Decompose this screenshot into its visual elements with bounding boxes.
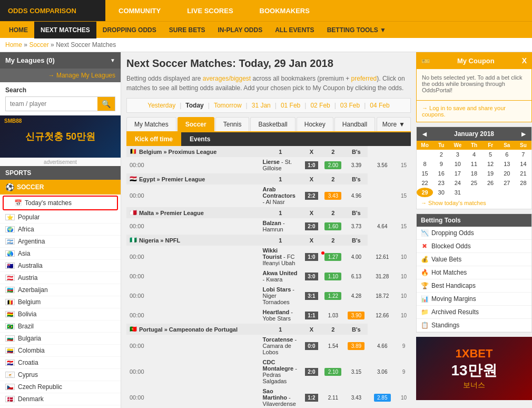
manage-leagues-link[interactable]: → Manage My Leagues <box>0 69 121 82</box>
oddx-cell[interactable]: 3.73 <box>344 218 368 235</box>
country-egypt[interactable]: 🇪🇬 Egypt <box>0 405 121 408</box>
avg-biggest-link[interactable]: averages/biggest <box>203 75 251 82</box>
cal-cell[interactable]: 20 <box>499 169 515 178</box>
cal-cell[interactable] <box>417 150 433 159</box>
odd1-cell[interactable]: 1.10 <box>321 268 344 285</box>
ad-banner[interactable]: SMB88 신규첫충 50만원 <box>0 115 121 158</box>
cal-cell[interactable]: 25 <box>466 178 482 188</box>
cal-cell[interactable]: 5 <box>482 150 499 159</box>
table-row[interactable]: 00:00 Heartland - Yobe Stars 1:1 1.03 3.… <box>126 307 411 324</box>
cal-cell[interactable]: 4 <box>466 150 482 159</box>
live-scores-nav[interactable]: LIVE SCORES <box>174 0 246 21</box>
cal-cell[interactable]: 24 <box>449 178 466 188</box>
country-azerbaijan[interactable]: 🇦🇿 Azerbaijan <box>0 284 121 296</box>
coupon-close-button[interactable]: X <box>522 56 527 65</box>
cal-cell[interactable]: 10 <box>449 159 466 169</box>
table-row[interactable]: 00:00 Wikki Tourist - FC Ifeanyi Ubah 1:… <box>126 246 411 268</box>
cal-cell[interactable]: 11 <box>466 159 482 169</box>
table-row[interactable]: 00:00 Lierse - St. Gilloise 1:0 2.00 3.3… <box>126 157 411 173</box>
odd2-cell[interactable]: 12.66 <box>368 307 397 324</box>
oddx-cell[interactable]: 4.96 <box>344 184 368 207</box>
odd2-cell[interactable]: 18.72 <box>368 285 397 307</box>
feb03-link[interactable]: 03 Feb <box>340 102 360 109</box>
tab-my-matches[interactable]: My Matches <box>126 117 176 131</box>
country-denmark[interactable]: 🇩🇰 Denmark <box>0 393 121 405</box>
events-btn[interactable]: Events <box>181 132 219 146</box>
odd1-cell[interactable]: 1.22 <box>321 285 344 307</box>
feb02-link[interactable]: 02 Feb <box>310 102 330 109</box>
jan31-link[interactable]: 31 Jan <box>252 102 271 109</box>
cal-cell[interactable]: 9 <box>433 159 449 169</box>
cal-cell[interactable]: 28 <box>515 178 531 188</box>
cal-cell[interactable]: 31 <box>449 188 466 197</box>
my-leagues-header[interactable]: My Leagues (0) ▼ <box>0 52 121 69</box>
cal-cell[interactable]: 17 <box>449 169 466 178</box>
league-nigeria[interactable]: 🇳🇬 Nigeria » NPFL 1 X 2 B's <box>126 235 411 246</box>
tool-value-bets[interactable]: 💰 Value Bets <box>417 253 531 266</box>
kickoff-time-btn[interactable]: Kick off time <box>126 132 181 146</box>
oddx-cell[interactable]: 3.43 <box>344 386 368 409</box>
country-bulgaria[interactable]: 🇧🇬 Bulgaria <box>0 333 121 345</box>
odd2-cell[interactable]: 3.06 <box>368 357 397 386</box>
oddx-cell[interactable]: 3.39 <box>344 157 368 173</box>
yesterday-link[interactable]: Yesterday <box>147 102 175 109</box>
bookmakers-nav[interactable]: BOOKMAKERS <box>247 0 323 21</box>
odd1-cell[interactable]: 2.10 <box>321 357 344 386</box>
cal-cell[interactable]: 8 <box>417 159 433 169</box>
league-malta[interactable]: 🇲🇹 Malta » Premier League 1 X 2 B's <box>126 207 411 219</box>
community-nav[interactable]: COMMUNITY <box>105 0 174 21</box>
odd1-cell[interactable]: 3.43 <box>321 184 344 207</box>
cal-cell[interactable]: 23 <box>433 178 449 188</box>
table-row[interactable]: 00:00 Lobi Stars - Niger Tornadoes 3:1 1… <box>126 285 411 307</box>
oddx-cell[interactable]: 4.28 <box>344 285 368 307</box>
soccer-section-header[interactable]: ⚽ SOCCER <box>0 180 121 195</box>
in-play-odds-nav[interactable]: IN-PLAY ODDS <box>211 22 269 38</box>
feb04-link[interactable]: 04 Feb <box>370 102 389 109</box>
oddx-cell[interactable]: 6.13 <box>344 268 368 285</box>
tomorrow-link[interactable]: Tomorrow <box>214 102 242 109</box>
odd2-cell[interactable]: 31.28 <box>368 268 397 285</box>
coupon-login-link[interactable]: → Log in to save and share your coupons. <box>416 101 532 122</box>
odd1-cell[interactable]: 2.11 <box>321 386 344 409</box>
cal-cell[interactable]: 27 <box>499 178 515 188</box>
dropping-odds-nav[interactable]: DROPPING ODDS <box>96 22 163 38</box>
country-asia[interactable]: 🌏 Asia <box>0 248 121 260</box>
tool-moving-margins[interactable]: 📊 Moving Margins <box>417 293 531 306</box>
cal-cell[interactable]: 19 <box>482 169 499 178</box>
country-bolivia[interactable]: 🇧🇴 Bolivia <box>0 308 121 320</box>
odd2-cell[interactable]: 12.61 <box>368 246 397 268</box>
cal-cell[interactable]: 21 <box>515 169 531 178</box>
betting-tools-nav[interactable]: BETTING TOOLS ▼ <box>321 22 392 38</box>
odd2-cell[interactable]: 4.64 <box>368 218 397 235</box>
cal-cell[interactable]: 3 <box>449 150 466 159</box>
oddx-cell[interactable]: 3.90 <box>344 307 368 324</box>
country-brazil[interactable]: 🇧🇷 Brazil <box>0 320 121 333</box>
odd2-cell[interactable]: 2.85 <box>368 386 397 409</box>
country-czech-republic[interactable]: 🇨🇿 Czech Republic <box>0 381 121 393</box>
odd1-cell[interactable]: 1.54 <box>321 335 344 357</box>
odd2-cell[interactable]: 4.66 <box>368 335 397 357</box>
calendar-prev-button[interactable]: ◄ <box>421 130 428 138</box>
league-egypt[interactable]: 🇪🇬 Egypt » Premier League 1 X 2 B's <box>126 173 411 185</box>
oddx-cell[interactable]: 4.00 <box>344 246 368 268</box>
feb01-link[interactable]: 01 Feb <box>281 102 300 109</box>
tool-hot-matches[interactable]: 🔥 Hot Matches <box>417 266 531 279</box>
oddx-cell[interactable]: 3.15 <box>344 357 368 386</box>
cal-cell[interactable]: 18 <box>466 169 482 178</box>
all-events-nav[interactable]: ALL EVENTS <box>269 22 320 38</box>
tab-basketball[interactable]: Basketball <box>250 117 295 131</box>
country-africa[interactable]: 🌍 Africa <box>0 224 121 236</box>
tool-dropping-odds[interactable]: 📉 Dropping Odds <box>417 227 531 240</box>
tool-blocked-odds[interactable]: ✖ Blocked Odds <box>417 240 531 253</box>
country-colombia[interactable]: 🇨🇴 Colombia <box>0 345 121 357</box>
odd2-cell[interactable] <box>368 184 397 207</box>
cal-cell[interactable]: 14 <box>515 159 531 169</box>
cal-cell-today[interactable]: 29 <box>417 188 433 197</box>
country-australia[interactable]: 🇦🇺 Australia <box>0 260 121 272</box>
search-button[interactable]: 🔍 <box>97 97 115 111</box>
odd1-cell[interactable]: 1.60 <box>321 218 344 235</box>
sure-bets-nav[interactable]: SURE BETS <box>163 22 212 38</box>
table-row[interactable]: 00:00 Akwa United - Kwara 3:0 1.10 6.13 … <box>126 268 411 285</box>
tool-standings[interactable]: 📋 Standings <box>417 319 531 332</box>
search-input[interactable] <box>6 97 97 111</box>
